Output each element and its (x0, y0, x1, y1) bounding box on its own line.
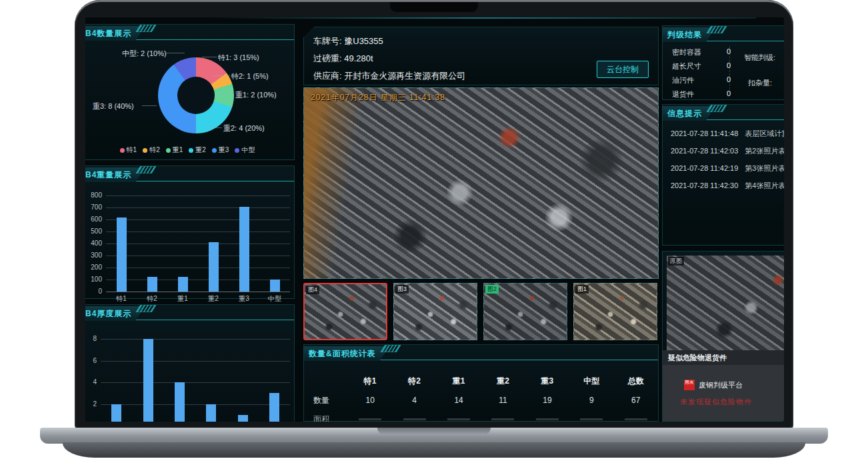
legend-item: 重3 (212, 145, 229, 155)
ptz-control-button[interactable]: 云台控制 (597, 61, 649, 78)
quantity-panel-header: B4数量展示 (85, 25, 294, 40)
thumbnail-badge: 图1 (575, 285, 589, 294)
table-cell (481, 410, 525, 422)
grading-item: 密封容器0 (672, 47, 731, 57)
weigh-value: 49.280t (344, 53, 373, 63)
laptop-bottom (63, 442, 805, 458)
header-decoration (707, 105, 727, 112)
legend-item: 特1 (120, 145, 137, 155)
donut-legend: 特1 特2 重1 重2 重3 中型 (85, 145, 294, 155)
original-image-badge: 原图 (668, 257, 684, 266)
thumbnail-badge: 图4 (306, 286, 319, 294)
table-cell: 14 (437, 391, 481, 410)
grading-result-panel: 判级结果 密封容器0 超长尺寸0 油污件0 退货件0 智能判级: 扣杂量: (662, 25, 784, 100)
donut-callout: 重3: 8 (40%) (93, 101, 134, 111)
quantity-donut-chart (158, 57, 234, 133)
info-message-panel: 信息提示 2021-07-28 11:41:48表层区域计算成 2021-07-… (662, 104, 784, 246)
log-entry: 2021-07-28 11:42:03第2张照片表层开 (671, 146, 784, 156)
smart-grading-label: 智能判级: (744, 53, 775, 63)
log-entry: 2021-07-28 11:42:19第3张照片表层开 (671, 163, 784, 173)
stats-table: 特1 特2 重1 重2 重3 中型 总数 数量 10 4 14 11 19 9 … (304, 371, 658, 410)
table-cell: 19 (525, 391, 569, 410)
supplier-label: 供应商: (313, 71, 342, 81)
table-cell (437, 410, 481, 422)
quantity-panel-title: B4数量展示 (85, 26, 145, 41)
stats-table-header: 数量&面积统计表 (304, 345, 658, 360)
legend-item: 中型 (235, 145, 255, 155)
header-decoration (380, 345, 401, 352)
thickness-panel: B4厚度展示 2468特1特2重1重2重3中型 (85, 304, 295, 422)
col-header: 重2 (481, 371, 525, 391)
legend-item: 特2 (143, 145, 160, 155)
table-cell (614, 410, 658, 422)
supplier-value: 开封市金火源再生资源有限公司 (344, 71, 465, 81)
platform-name: 废钢判级平台 (699, 380, 743, 390)
table-cell (348, 410, 392, 422)
live-camera-feed[interactable]: 2021年07月28日 星期三 11:41:38 (303, 87, 659, 279)
danger-alert-text: 未发现疑似危险物件 (680, 397, 752, 407)
log-entry: 2021-07-28 11:42:30第4张照片表层开 (671, 181, 784, 191)
table-cell (392, 410, 436, 422)
photo-thumbnail-1[interactable]: 图4 (303, 283, 387, 340)
photo-thumbnail-3[interactable]: 图2 (483, 283, 567, 340)
legend-dot (120, 148, 125, 153)
callout-leader-line (218, 94, 234, 95)
grading-item: 超长尺寸0 (672, 61, 731, 71)
deduct-weight-label: 扣杂量: (748, 78, 772, 88)
stats-table-row-clipped: 面积 (304, 410, 658, 422)
grading-panel-header: 判级结果 (663, 26, 784, 41)
review-original-image[interactable]: 原图 (667, 256, 784, 350)
table-cell: 10 (348, 391, 392, 410)
donut-callout: 特2: 1 (5%) (231, 71, 269, 81)
log-entry: 2021-07-28 11:41:48表层区域计算成 (671, 129, 784, 139)
header-decoration (136, 25, 157, 32)
donut-callout: 重1: 2 (10%) (235, 90, 277, 100)
thickness-panel-title: B4厚度展示 (85, 306, 145, 321)
photo-texture (304, 88, 658, 278)
donut-callout: 中型: 2 (10%) (122, 49, 167, 59)
table-cell (569, 410, 613, 422)
plate-line: 车牌号: 豫U35355 (304, 33, 658, 50)
donut-callout: 特1: 3 (15%) (218, 53, 259, 63)
callout-leader-line (202, 57, 217, 57)
laptop-mockup: B4数量展示 特1: 3 (15%) 特2: 1 (5%) 重1: 2 (10%… (0, 0, 868, 459)
row-label: 面积 (304, 410, 348, 422)
thickness-panel-header: B4厚度展示 (85, 305, 294, 320)
table-cell: 11 (481, 391, 525, 410)
legend-dot (143, 148, 147, 153)
message-panel-title: 信息提示 (663, 106, 715, 121)
legend-dot (212, 148, 217, 153)
header-decoration (136, 305, 157, 312)
row-label: 数量 (304, 391, 348, 410)
message-panel-header: 信息提示 (663, 105, 784, 120)
header-decoration (136, 166, 157, 173)
col-header: 特1 (348, 371, 392, 391)
thumbnail-badge: 图3 (395, 285, 409, 294)
col-header: 中型 (569, 371, 613, 391)
col-header: 特2 (392, 371, 436, 391)
platform-logo-row: 用友 废钢判级平台 (684, 380, 743, 390)
table-cell: 4 (392, 391, 436, 410)
legend-item: 重2 (189, 145, 206, 155)
grading-panel-title: 判级结果 (663, 27, 715, 42)
platform-logo-icon: 用友 (684, 380, 695, 390)
review-caption: 疑似危险物退货件 (663, 350, 784, 365)
callout-leader-line (166, 53, 185, 53)
photo-thumbnail-2[interactable]: 图3 (393, 283, 477, 340)
legend-item: 重1 (166, 145, 183, 155)
weight-panel-header: B4重量展示 (85, 166, 294, 181)
legend-dot (166, 148, 171, 153)
vehicle-info-panel: 车牌号: 豫U35355 过磅重: 49.280t 供应商: 开封市金火源再生资… (303, 27, 659, 85)
thumbnail-badge: 图2 (485, 285, 499, 294)
callout-leader-line (213, 75, 230, 76)
weigh-label: 过磅重: (313, 53, 342, 63)
plate-value: 豫U35355 (344, 36, 383, 46)
weight-panel: B4重量展示 0100200300400500600700800特1特2重1重2… (85, 165, 295, 299)
weight-panel-title: B4重量展示 (85, 167, 145, 182)
legend-dot (235, 148, 239, 153)
plate-label: 车牌号: (313, 36, 342, 46)
photo-thumbnail-4[interactable]: 图1 (573, 283, 657, 340)
stats-table-panel: 数量&面积统计表 特1 特2 重1 重2 重3 中型 总数 数量 10 4 14… (303, 344, 659, 422)
callout-leader-line (207, 127, 222, 128)
weight-bar-chart: 0100200300400500600700800特1特2重1重2重3中型 (85, 181, 294, 298)
